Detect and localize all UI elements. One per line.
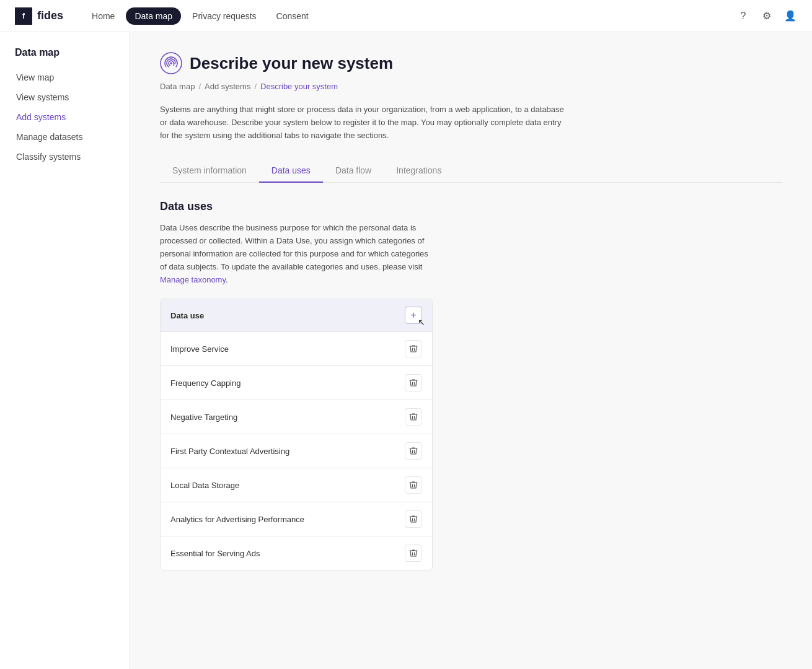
cursor-icon: ↖ <box>418 317 425 327</box>
data-use-table-header: Data use + ↖ <box>161 299 432 332</box>
nav-consent[interactable]: Consent <box>268 7 317 25</box>
section-title: Data uses <box>160 200 782 213</box>
data-use-row-0: Improve Service <box>161 332 432 366</box>
sidebar-item-classify-systems[interactable]: Classify systems <box>10 147 120 166</box>
tab-integrations[interactable]: Integrations <box>384 159 454 183</box>
plus-icon: + <box>410 310 416 321</box>
data-use-name-1[interactable]: Frequency Capping <box>170 378 241 388</box>
logo-text: fides <box>37 9 63 22</box>
main-content: Describe your new system Data map / Add … <box>130 32 812 669</box>
data-use-name-3[interactable]: First Party Contextual Advertising <box>170 447 289 456</box>
user-icon[interactable]: 👤 <box>783 9 797 23</box>
data-use-row-5: Analytics for Advertising Performance <box>161 502 432 536</box>
nav-right: ? ⚙ 👤 <box>736 9 797 23</box>
help-icon[interactable]: ? <box>736 9 750 23</box>
data-use-column-label: Data use <box>170 311 204 320</box>
nav-items: Home Data map Privacy requests Consent <box>83 7 736 25</box>
data-use-name-0[interactable]: Improve Service <box>170 344 229 354</box>
trash-icon-2 <box>409 413 418 421</box>
tab-data-uses[interactable]: Data uses <box>259 159 323 183</box>
trash-icon-5 <box>409 515 418 523</box>
delete-button-1[interactable] <box>405 374 422 391</box>
breadcrumb-describe-system[interactable]: Describe your system <box>260 82 338 91</box>
data-use-row-4: Local Data Storage <box>161 468 432 502</box>
tab-data-flow[interactable]: Data flow <box>323 159 384 183</box>
tabs: System information Data uses Data flow I… <box>160 159 782 183</box>
breadcrumb-add-systems[interactable]: Add systems <box>205 82 250 91</box>
manage-taxonomy-link[interactable]: Manage taxonomy <box>160 275 226 284</box>
delete-button-4[interactable] <box>405 476 422 494</box>
add-data-use-button[interactable]: + ↖ <box>405 307 422 324</box>
sidebar-item-manage-datasets[interactable]: Manage datasets <box>10 128 120 146</box>
data-use-table: Data use + ↖ Improve Service <box>160 299 433 571</box>
logo-area: f fides <box>15 7 63 25</box>
data-use-name-5[interactable]: Analytics for Advertising Performance <box>170 515 304 524</box>
sidebar: Data map View map View systems Add syste… <box>0 32 130 669</box>
gear-icon[interactable]: ⚙ <box>760 9 774 23</box>
trash-icon-0 <box>409 344 418 353</box>
page-header: Describe your new system <box>160 52 782 74</box>
logo-box: f <box>15 7 32 25</box>
breadcrumb-data-map[interactable]: Data map <box>160 82 195 91</box>
breadcrumb-sep-1: / <box>198 82 201 91</box>
topbar: f fides Home Data map Privacy requests C… <box>0 0 812 32</box>
sidebar-title: Data map <box>10 47 120 58</box>
layout: Data map View map View systems Add syste… <box>0 32 812 669</box>
nav-privacy-requests[interactable]: Privacy requests <box>183 7 265 25</box>
data-use-row-2: Negative Targeting <box>161 400 432 434</box>
data-use-row-6: Essential for Serving Ads <box>161 536 432 570</box>
trash-icon-6 <box>409 549 418 558</box>
trash-icon-3 <box>409 447 418 455</box>
sidebar-item-view-map[interactable]: View map <box>10 68 120 87</box>
page-description: Systems are anything that might store or… <box>160 103 569 142</box>
sidebar-item-add-systems[interactable]: Add systems <box>10 108 120 126</box>
data-use-row-1: Frequency Capping <box>161 366 432 400</box>
section-description: Data Uses describe the business purpose … <box>160 222 433 286</box>
trash-icon-1 <box>409 378 418 387</box>
svg-point-0 <box>161 53 182 74</box>
logo-initial: f <box>22 12 25 20</box>
data-use-name-6[interactable]: Essential for Serving Ads <box>170 549 260 558</box>
page-title: Describe your new system <box>190 54 393 73</box>
delete-button-2[interactable] <box>405 408 422 426</box>
data-use-row-3: First Party Contextual Advertising <box>161 434 432 468</box>
nav-home[interactable]: Home <box>83 7 123 25</box>
delete-button-5[interactable] <box>405 510 422 528</box>
data-uses-content: Data uses Data Uses describe the busines… <box>160 200 782 571</box>
breadcrumb-sep-2: / <box>254 82 257 91</box>
data-use-name-4[interactable]: Local Data Storage <box>170 481 239 490</box>
trash-icon-4 <box>409 481 418 489</box>
delete-button-3[interactable] <box>405 442 422 460</box>
data-use-name-2[interactable]: Negative Targeting <box>170 413 237 422</box>
tab-system-information[interactable]: System information <box>160 159 259 183</box>
sidebar-item-view-systems[interactable]: View systems <box>10 88 120 107</box>
delete-button-0[interactable] <box>405 340 422 357</box>
breadcrumb: Data map / Add systems / Describe your s… <box>160 82 782 91</box>
fingerprint-icon <box>160 52 182 74</box>
delete-button-6[interactable] <box>405 544 422 562</box>
nav-data-map[interactable]: Data map <box>126 7 181 25</box>
